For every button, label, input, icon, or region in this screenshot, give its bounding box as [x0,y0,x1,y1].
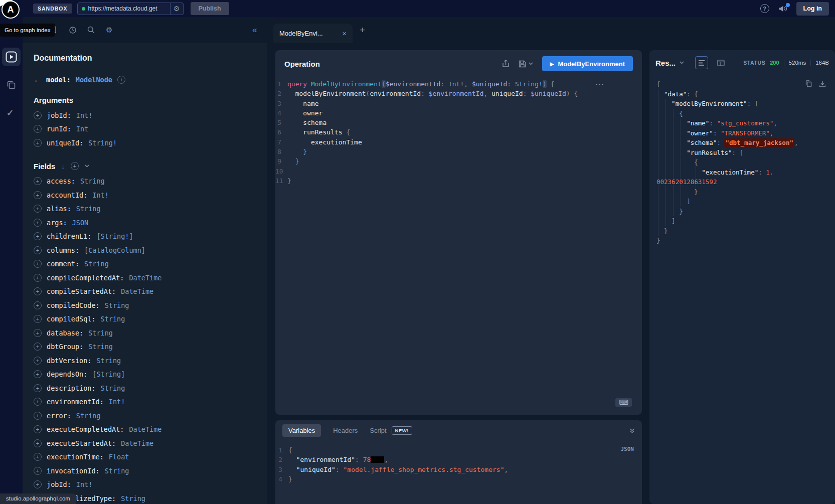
field-row[interactable]: + alias: String [34,202,256,216]
argument-type[interactable]: Int [76,125,88,133]
field-row[interactable]: + access: String [34,175,256,189]
close-icon[interactable]: × [342,29,347,38]
field-type[interactable]: String [76,412,101,420]
field-type[interactable]: String [76,205,101,213]
save-button[interactable] [519,60,533,68]
add-field-icon[interactable]: + [34,287,42,295]
field-type[interactable]: DateTime [129,425,161,433]
field-row[interactable]: + jobId: Int! [34,478,256,492]
chevron-down-icon[interactable] [680,61,684,64]
field-type[interactable]: String [88,343,113,351]
share-button[interactable] [502,60,510,68]
sort-down-icon[interactable]: ↓ [61,162,65,170]
argument-row[interactable]: + runId: Int [34,122,256,136]
tab-script[interactable]: Script NEW! [370,426,412,435]
explorer-nav-button[interactable] [2,48,21,66]
field-type[interactable]: String [96,357,121,365]
add-field-icon[interactable]: + [34,384,42,392]
field-row[interactable]: + dbtVersion: String [34,354,256,368]
field-type[interactable]: DateTime [129,274,161,282]
more-options-icon[interactable]: ⋯ [595,79,605,90]
field-type[interactable]: String [105,301,129,309]
add-argument-icon[interactable]: + [34,139,42,147]
add-all-fields-icon[interactable]: + [117,76,125,84]
add-field-icon[interactable]: + [34,343,42,351]
field-type[interactable]: String [101,315,125,323]
explorer-settings-button[interactable]: ⚙ [106,17,112,43]
field-row[interactable]: + args: JSON [34,216,256,230]
download-response-button[interactable] [819,80,826,87]
help-icon[interactable]: ? [760,4,769,13]
add-field-icon[interactable]: + [34,191,42,199]
schema-nav-button[interactable] [7,80,16,89]
field-row[interactable]: + environmentId: Int! [34,395,256,409]
variables-editor[interactable]: JSON 1{2 "environmentId": 78,3 "uniqueId… [275,441,642,484]
field-row[interactable]: + compiledSql: String [34,312,256,326]
search-button[interactable] [87,17,95,43]
login-button[interactable]: Log in [796,2,829,16]
field-type[interactable]: [CatalogColumn] [84,246,145,254]
add-field-icon[interactable]: + [34,246,42,254]
field-type[interactable]: String [88,329,113,337]
field-row[interactable]: + description: String [34,381,256,395]
add-field-icon[interactable]: + [34,274,42,282]
chevron-down-icon[interactable] [85,164,89,167]
new-tab-button[interactable]: + [360,17,365,43]
back-arrow-icon[interactable]: ← [34,75,41,84]
run-operation-button[interactable]: ▶ ModelByEnvironment [542,56,633,71]
argument-row[interactable]: + uniqueId: String! [34,136,256,150]
field-row[interactable]: + columns: [CatalogColumn] [34,243,256,257]
field-type[interactable]: DateTime [121,439,153,447]
collapse-docs-button[interactable]: « [252,17,257,43]
add-field-icon[interactable]: + [34,453,42,461]
add-field-icon[interactable]: + [34,329,42,337]
field-type[interactable]: String [84,260,109,268]
field-row[interactable]: + accountId: Int! [34,188,256,202]
field-type[interactable]: Int! [76,480,93,488]
field-type[interactable]: Int! [92,191,109,199]
argument-row[interactable]: + jobId: Int! [34,108,256,122]
add-field-icon[interactable]: + [34,301,42,309]
add-field-icon[interactable]: + [34,357,42,365]
add-field-icon[interactable]: + [34,425,42,433]
field-row[interactable]: + childrenL1: [String!] [34,230,256,244]
field-type[interactable]: DateTime [121,287,153,295]
add-argument-icon[interactable]: + [34,125,42,133]
field-row[interactable]: + error: String [34,409,256,423]
checks-nav-button[interactable]: ✓ [7,108,14,118]
tab-variables[interactable]: Variables [282,424,321,437]
add-field-icon[interactable]: + [34,205,42,213]
keyboard-shortcuts-icon[interactable]: ⌨ [615,398,632,407]
add-field-icon[interactable]: + [34,398,42,406]
field-type[interactable]: Int! [109,398,125,406]
field-type[interactable]: Float [109,453,129,461]
collapse-variables-button[interactable] [629,428,635,433]
field-type[interactable]: [String] [92,370,125,378]
history-button[interactable] [69,17,77,43]
apollo-logo[interactable]: A [2,1,20,19]
tab-headers[interactable]: Headers [333,427,358,434]
field-row[interactable]: + compiledCode: String [34,298,256,312]
announcements-button[interactable] [778,5,787,13]
add-field-icon[interactable]: + [34,260,42,268]
add-field-icon[interactable]: + [34,177,42,185]
field-row[interactable]: + executeCompletedAt: DateTime [34,423,256,437]
add-field-icon[interactable]: + [34,467,42,475]
copy-response-button[interactable] [805,80,812,87]
argument-type[interactable]: Int! [76,111,93,119]
field-row[interactable]: + dbtGroup: String [34,340,256,354]
argument-type[interactable]: String! [88,139,117,147]
field-row[interactable]: + invocationId: String [34,464,256,478]
add-field-icon[interactable]: + [34,315,42,323]
field-row[interactable]: + compileStartedAt: DateTime [34,285,256,299]
field-type[interactable]: [String!] [96,232,133,240]
add-argument-icon[interactable]: + [34,111,42,119]
breadcrumb-type[interactable]: ModelNode [76,76,112,84]
field-row[interactable]: + database: String [34,326,256,340]
field-type[interactable]: String [80,177,105,185]
raw-view-button[interactable] [695,56,708,69]
add-fields-icon[interactable]: + [71,162,79,170]
field-row[interactable]: + executionTime: Float [34,450,256,464]
add-field-icon[interactable]: + [34,480,42,488]
response-viewer[interactable]: { "data": { "modelByEnvironment": [ { "n… [653,75,831,246]
